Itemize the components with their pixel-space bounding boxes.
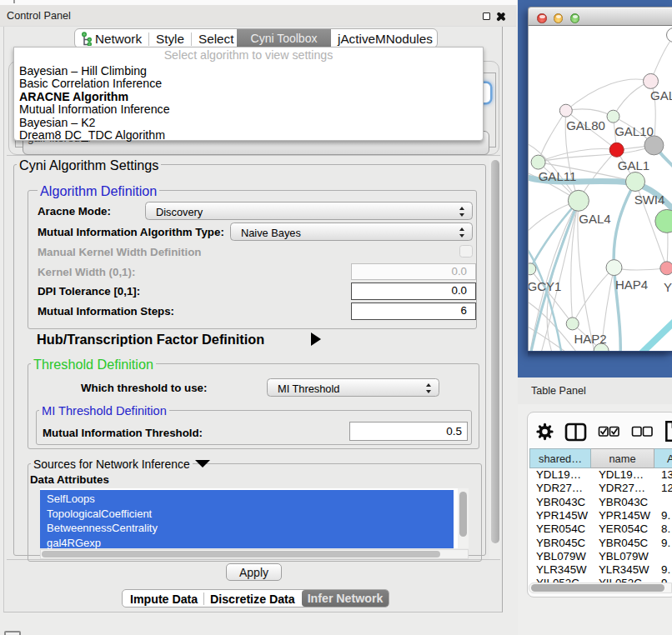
svg-text:GAL1: GAL1 bbox=[618, 158, 649, 172]
svg-text:HAP2: HAP2 bbox=[574, 332, 606, 346]
svg-text:SWI4: SWI4 bbox=[634, 192, 665, 207]
svg-text:GAL11: GAL11 bbox=[539, 169, 577, 183]
svg-text:GCY1: GCY1 bbox=[529, 279, 561, 293]
svg-text:GAL80: GAL80 bbox=[566, 118, 605, 132]
svg-text:Y: Y bbox=[664, 280, 672, 294]
svg-text:GAL7: GAL7 bbox=[650, 88, 672, 102]
svg-text:HAP4: HAP4 bbox=[615, 278, 648, 292]
svg-text:GAL10: GAL10 bbox=[614, 124, 654, 138]
svg-text:GAL4: GAL4 bbox=[579, 212, 610, 226]
